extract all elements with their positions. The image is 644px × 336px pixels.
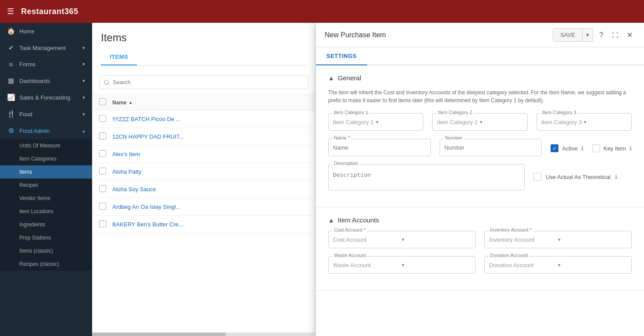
items-list-header: Name ▲ xyxy=(92,95,315,111)
item-category-3-field: Item Category 3 Item Category 3 ▾ xyxy=(537,113,632,131)
close-button[interactable]: ✕ xyxy=(624,28,635,42)
key-item-checkbox-item[interactable]: Key Item ℹ xyxy=(592,144,632,152)
row-checkbox[interactable] xyxy=(99,220,106,227)
donation-account-dropdown[interactable]: Donation Account ▾ xyxy=(484,256,632,274)
sidebar-item-item-categories[interactable]: Item Categories xyxy=(0,152,92,165)
active-checkbox[interactable] xyxy=(551,144,558,152)
sidebar-item-label: Home xyxy=(19,28,35,35)
sidebar-item-sales-forecasting[interactable]: 📈 Sales & Forecasting ▾ xyxy=(0,89,92,106)
item-name-link[interactable]: Aloha Patty xyxy=(112,168,308,175)
sidebar-item-units-of-measure[interactable]: Units Of Measure xyxy=(0,139,92,152)
sidebar-item-recipes[interactable]: Recipes xyxy=(0,179,92,192)
select-all-check[interactable] xyxy=(99,98,112,107)
section-collapse-icon[interactable]: ▲ xyxy=(328,75,334,82)
number-input[interactable] xyxy=(444,144,537,151)
description-field: Description xyxy=(328,164,525,190)
dropdown-chevron-icon: ▾ xyxy=(558,262,627,268)
items-page-title: Items xyxy=(101,32,307,44)
general-section-header: ▲ General xyxy=(328,74,632,82)
items-header: Items ITEMS xyxy=(92,23,315,70)
inventory-account-dropdown[interactable]: Inventory Account ▾ xyxy=(484,231,632,248)
active-keyitem-group: Active ℹ Key Item ℹ xyxy=(551,143,632,152)
chevron-down-icon: ▾ xyxy=(82,78,85,84)
donation-account-value: Donation Account xyxy=(489,262,558,268)
sidebar-item-food[interactable]: 🍴 Food ▾ xyxy=(0,106,92,122)
col-name-header: Name ▲ xyxy=(112,100,308,106)
item-name-link[interactable]: Aloha Soy Sauce xyxy=(112,186,308,193)
food-icon: 🍴 xyxy=(7,110,15,118)
section-collapse-icon[interactable]: ▲ xyxy=(328,217,334,224)
use-actual-info-icon[interactable]: ℹ xyxy=(615,174,617,180)
item-name-link[interactable]: Ardbeg An Oa Islay Singl... xyxy=(112,204,308,210)
key-item-info-icon[interactable]: ℹ xyxy=(630,145,632,152)
row-checkbox[interactable] xyxy=(99,115,106,122)
sidebar-item-recipes-classic[interactable]: Recipes (classic) xyxy=(0,257,92,271)
gear-icon: ⚙ xyxy=(7,127,15,135)
name-input[interactable] xyxy=(333,144,426,151)
row-checkbox[interactable] xyxy=(99,132,106,139)
sort-arrow-icon: ▲ xyxy=(129,100,133,105)
sidebar-item-label: Food Admin xyxy=(19,128,50,134)
sidebar-item-task-management[interactable]: ✔ Task Management ▾ xyxy=(0,39,92,56)
item-category-3-value: Item Category 3 xyxy=(541,119,584,125)
save-dropdown-button[interactable]: ▾ xyxy=(582,29,593,41)
item-category-1-dropdown[interactable]: Item Category 1 ▾ xyxy=(328,113,423,131)
row-checkbox[interactable] xyxy=(99,203,106,210)
sidebar-item-forms[interactable]: ≡ Forms ▾ xyxy=(0,56,92,72)
sidebar-item-items[interactable]: Items xyxy=(0,165,92,179)
menu-icon[interactable]: ☰ xyxy=(7,7,14,16)
sidebar-item-food-admin[interactable]: ⚙ Food Admin ▴ xyxy=(0,122,92,139)
checkbox-all[interactable] xyxy=(99,98,106,105)
items-list: Name ▲ !!!!ZZZ BATCH Picoo De ... 12CN H… xyxy=(92,95,315,332)
cost-account-dropdown[interactable]: Cost Account ▾ xyxy=(328,231,476,248)
content-and-modal: Items ITEMS Name ▲ !!!!ZZZ BAT xyxy=(92,23,644,336)
item-category-2-dropdown[interactable]: Item Category 2 ▾ xyxy=(432,113,527,131)
item-category-2-container: Item Category 2 Item Category 2 ▾ xyxy=(432,113,527,131)
tab-settings[interactable]: SETTINGS xyxy=(316,47,367,65)
save-button[interactable]: SAVE xyxy=(553,29,582,41)
search-input[interactable] xyxy=(99,75,308,89)
sidebar-item-items-classic[interactable]: Items (classic) xyxy=(0,244,92,257)
sidebar-item-prep-stations[interactable]: Prep Stations xyxy=(0,231,92,244)
horizontal-scrollbar[interactable] xyxy=(92,332,315,336)
dropdown-chevron-icon: ▾ xyxy=(558,237,627,243)
list-item: Alex's Item xyxy=(92,146,315,163)
tab-items[interactable]: ITEMS xyxy=(101,49,137,65)
sidebar-item-ingredients[interactable]: Ingredients xyxy=(0,218,92,231)
item-category-3-container: Item Category 3 Item Category 3 ▾ xyxy=(537,113,632,131)
row-checkbox[interactable] xyxy=(99,168,106,175)
close-icon: ✕ xyxy=(627,31,633,39)
forms-icon: ≡ xyxy=(7,61,15,68)
item-name-link[interactable]: Alex's Item xyxy=(112,151,308,157)
list-item: Aloha Patty xyxy=(92,163,315,181)
item-name-link[interactable]: !!!!ZZZ BATCH Picoo De ... xyxy=(112,116,308,122)
sidebar-item-dashboards[interactable]: ▦ Dashboards ▾ xyxy=(0,72,92,89)
number-input-wrapper xyxy=(440,139,542,156)
chevron-down-icon: ▾ xyxy=(82,45,85,51)
dropdown-chevron-icon: ▾ xyxy=(402,237,471,243)
active-info-icon[interactable]: ℹ xyxy=(581,145,583,152)
items-panel: Items ITEMS Name ▲ !!!!ZZZ BAT xyxy=(92,23,316,336)
item-name-link[interactable]: 12CN HAPPY DAD FRUIT... xyxy=(112,133,308,140)
topbar: ☰ Restaurant365 xyxy=(0,0,644,23)
active-checkbox-item[interactable]: Active ℹ xyxy=(551,144,583,152)
list-item: Aloha Soy Sauce xyxy=(92,181,315,198)
description-input[interactable] xyxy=(333,168,520,186)
waste-account-dropdown[interactable]: Waste Account ▾ xyxy=(328,256,476,274)
item-category-3-dropdown[interactable]: Item Category 3 ▾ xyxy=(537,113,632,131)
use-actual-checkbox[interactable] xyxy=(533,173,541,181)
modal-title: New Purchase Item xyxy=(325,31,553,39)
sidebar-item-home[interactable]: 🏠 Home xyxy=(0,23,92,39)
help-button[interactable]: ? xyxy=(597,29,606,42)
key-item-checkbox[interactable] xyxy=(592,144,600,152)
expand-button[interactable]: ⛶ xyxy=(609,29,621,41)
modal-content: ▲ General The item will inherit the Cost… xyxy=(316,65,644,336)
row-checkbox[interactable] xyxy=(99,150,106,157)
waste-account-label: Waste Account xyxy=(333,253,367,258)
scrollbar-thumb[interactable] xyxy=(92,332,226,336)
sidebar-item-vendor-items[interactable]: Vendor Items xyxy=(0,192,92,205)
sidebar-item-item-locations[interactable]: Item Locations xyxy=(0,205,92,218)
row-checkbox[interactable] xyxy=(99,185,106,192)
item-name-link[interactable]: BAKERY Ben's Butter Cre... xyxy=(112,221,308,228)
sidebar-item-label: Food xyxy=(19,111,32,118)
